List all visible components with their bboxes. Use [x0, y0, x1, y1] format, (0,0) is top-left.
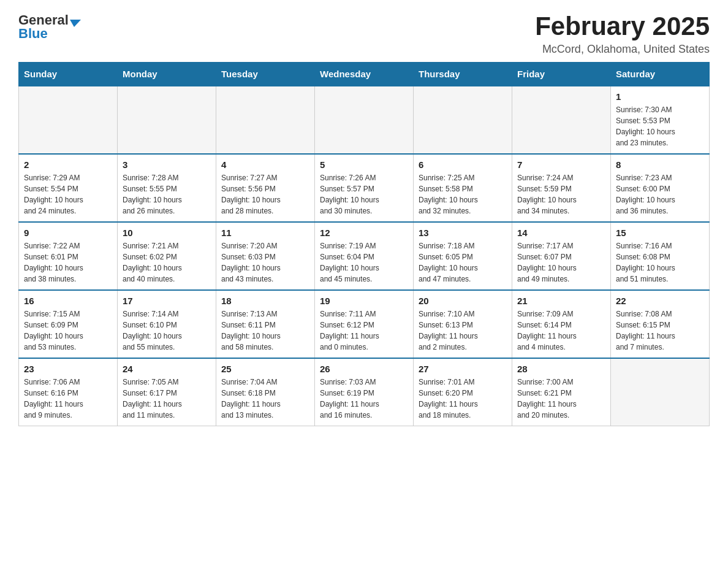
day-number: 7: [517, 159, 605, 170]
day-info: Sunrise: 7:15 AMSunset: 6:09 PMDaylight:…: [24, 308, 112, 353]
calendar-week-1: 1Sunrise: 7:30 AMSunset: 5:53 PMDaylight…: [19, 86, 710, 154]
calendar-cell: 20Sunrise: 7:10 AMSunset: 6:13 PMDayligh…: [414, 290, 512, 358]
calendar-cell: 26Sunrise: 7:03 AMSunset: 6:19 PMDayligh…: [315, 358, 414, 426]
col-friday: Friday: [512, 63, 611, 86]
day-info: Sunrise: 7:30 AMSunset: 5:53 PMDaylight:…: [616, 104, 704, 148]
day-info: Sunrise: 7:16 AMSunset: 6:08 PMDaylight:…: [616, 240, 704, 285]
day-number: 4: [221, 159, 309, 170]
location-text: McCord, Oklahoma, United States: [535, 43, 710, 56]
calendar-cell: 5Sunrise: 7:26 AMSunset: 5:57 PMDaylight…: [315, 154, 414, 222]
day-info: Sunrise: 7:19 AMSunset: 6:04 PMDaylight:…: [320, 240, 408, 285]
calendar-cell: 27Sunrise: 7:01 AMSunset: 6:20 PMDayligh…: [414, 358, 512, 426]
col-saturday: Saturday: [611, 63, 710, 86]
calendar-cell: [611, 358, 710, 426]
day-info: Sunrise: 7:27 AMSunset: 5:56 PMDaylight:…: [221, 172, 309, 216]
calendar-table: Sunday Monday Tuesday Wednesday Thursday…: [18, 62, 710, 426]
day-number: 13: [419, 228, 507, 238]
calendar-cell: 10Sunrise: 7:21 AMSunset: 6:02 PMDayligh…: [118, 222, 216, 290]
day-number: 20: [419, 296, 507, 306]
day-info: Sunrise: 7:03 AMSunset: 6:19 PMDaylight:…: [320, 377, 408, 421]
day-number: 24: [123, 364, 211, 374]
calendar-week-3: 9Sunrise: 7:22 AMSunset: 6:01 PMDaylight…: [19, 222, 710, 290]
day-info: Sunrise: 7:11 AMSunset: 6:12 PMDaylight:…: [320, 308, 408, 353]
calendar-cell: 19Sunrise: 7:11 AMSunset: 6:12 PMDayligh…: [315, 290, 414, 358]
col-monday: Monday: [118, 63, 216, 86]
day-number: 14: [517, 228, 605, 238]
day-info: Sunrise: 7:26 AMSunset: 5:57 PMDaylight:…: [320, 172, 408, 216]
day-info: Sunrise: 7:10 AMSunset: 6:13 PMDaylight:…: [419, 308, 507, 353]
day-number: 6: [419, 159, 507, 170]
day-number: 8: [616, 159, 704, 170]
day-info: Sunrise: 7:28 AMSunset: 5:55 PMDaylight:…: [123, 172, 211, 216]
day-info: Sunrise: 7:18 AMSunset: 6:05 PMDaylight:…: [419, 240, 507, 285]
day-info: Sunrise: 7:14 AMSunset: 6:10 PMDaylight:…: [123, 308, 211, 353]
calendar-cell: 15Sunrise: 7:16 AMSunset: 6:08 PMDayligh…: [611, 222, 710, 290]
day-info: Sunrise: 7:23 AMSunset: 6:00 PMDaylight:…: [616, 172, 704, 216]
day-number: 21: [517, 296, 605, 306]
days-of-week-row: Sunday Monday Tuesday Wednesday Thursday…: [19, 63, 710, 86]
day-info: Sunrise: 7:25 AMSunset: 5:58 PMDaylight:…: [419, 172, 507, 216]
calendar-cell: 4Sunrise: 7:27 AMSunset: 5:56 PMDaylight…: [216, 154, 315, 222]
calendar-cell: 24Sunrise: 7:05 AMSunset: 6:17 PMDayligh…: [118, 358, 216, 426]
calendar-cell: 16Sunrise: 7:15 AMSunset: 6:09 PMDayligh…: [19, 290, 118, 358]
calendar-cell: 22Sunrise: 7:08 AMSunset: 6:15 PMDayligh…: [611, 290, 710, 358]
calendar-cell: 3Sunrise: 7:28 AMSunset: 5:55 PMDaylight…: [118, 154, 216, 222]
day-info: Sunrise: 7:04 AMSunset: 6:18 PMDaylight:…: [221, 377, 309, 421]
day-info: Sunrise: 7:00 AMSunset: 6:21 PMDaylight:…: [517, 377, 605, 421]
calendar-cell: 21Sunrise: 7:09 AMSunset: 6:14 PMDayligh…: [512, 290, 611, 358]
day-number: 28: [517, 364, 605, 374]
col-tuesday: Tuesday: [216, 63, 315, 86]
calendar-cell: 23Sunrise: 7:06 AMSunset: 6:16 PMDayligh…: [19, 358, 118, 426]
calendar-cell: [414, 86, 512, 154]
day-number: 17: [123, 296, 211, 306]
calendar-cell: 28Sunrise: 7:00 AMSunset: 6:21 PMDayligh…: [512, 358, 611, 426]
calendar-cell: 18Sunrise: 7:13 AMSunset: 6:11 PMDayligh…: [216, 290, 315, 358]
day-number: 3: [123, 159, 211, 170]
day-number: 18: [221, 296, 309, 306]
calendar-body: 1Sunrise: 7:30 AMSunset: 5:53 PMDaylight…: [19, 86, 710, 426]
calendar-week-2: 2Sunrise: 7:29 AMSunset: 5:54 PMDaylight…: [19, 154, 710, 222]
calendar-cell: [216, 86, 315, 154]
day-number: 22: [616, 296, 704, 306]
calendar-cell: [19, 86, 118, 154]
calendar-week-5: 23Sunrise: 7:06 AMSunset: 6:16 PMDayligh…: [19, 358, 710, 426]
logo-arrow-icon: [69, 20, 81, 27]
calendar-cell: 14Sunrise: 7:17 AMSunset: 6:07 PMDayligh…: [512, 222, 611, 290]
day-number: 2: [24, 159, 112, 170]
day-number: 26: [320, 364, 408, 374]
day-info: Sunrise: 7:06 AMSunset: 6:16 PMDaylight:…: [24, 377, 112, 421]
calendar-cell: 8Sunrise: 7:23 AMSunset: 6:00 PMDaylight…: [611, 154, 710, 222]
day-info: Sunrise: 7:21 AMSunset: 6:02 PMDaylight:…: [123, 240, 211, 285]
day-info: Sunrise: 7:01 AMSunset: 6:20 PMDaylight:…: [419, 377, 507, 421]
logo: General Blue: [18, 12, 80, 42]
calendar-cell: 17Sunrise: 7:14 AMSunset: 6:10 PMDayligh…: [118, 290, 216, 358]
calendar-cell: 12Sunrise: 7:19 AMSunset: 6:04 PMDayligh…: [315, 222, 414, 290]
calendar-cell: [315, 86, 414, 154]
day-info: Sunrise: 7:17 AMSunset: 6:07 PMDaylight:…: [517, 240, 605, 285]
calendar-cell: 13Sunrise: 7:18 AMSunset: 6:05 PMDayligh…: [414, 222, 512, 290]
calendar-cell: 1Sunrise: 7:30 AMSunset: 5:53 PMDaylight…: [611, 86, 710, 154]
page-header: General Blue February 2025 McCord, Oklah…: [18, 12, 710, 56]
day-info: Sunrise: 7:09 AMSunset: 6:14 PMDaylight:…: [517, 308, 605, 353]
col-wednesday: Wednesday: [315, 63, 414, 86]
calendar-week-4: 16Sunrise: 7:15 AMSunset: 6:09 PMDayligh…: [19, 290, 710, 358]
calendar-cell: 9Sunrise: 7:22 AMSunset: 6:01 PMDaylight…: [19, 222, 118, 290]
day-number: 5: [320, 159, 408, 170]
calendar-cell: 6Sunrise: 7:25 AMSunset: 5:58 PMDaylight…: [414, 154, 512, 222]
calendar-cell: 25Sunrise: 7:04 AMSunset: 6:18 PMDayligh…: [216, 358, 315, 426]
day-number: 12: [320, 228, 408, 238]
month-title: February 2025: [535, 12, 710, 40]
day-number: 19: [320, 296, 408, 306]
day-info: Sunrise: 7:13 AMSunset: 6:11 PMDaylight:…: [221, 308, 309, 353]
day-number: 10: [123, 228, 211, 238]
title-area: February 2025 McCord, Oklahoma, United S…: [535, 12, 710, 56]
day-info: Sunrise: 7:08 AMSunset: 6:15 PMDaylight:…: [616, 308, 704, 353]
day-number: 1: [616, 91, 704, 102]
day-number: 25: [221, 364, 309, 374]
day-number: 16: [24, 296, 112, 306]
day-info: Sunrise: 7:20 AMSunset: 6:03 PMDaylight:…: [221, 240, 309, 285]
day-number: 11: [221, 228, 309, 238]
calendar-cell: [512, 86, 611, 154]
calendar-cell: 2Sunrise: 7:29 AMSunset: 5:54 PMDaylight…: [19, 154, 118, 222]
day-info: Sunrise: 7:24 AMSunset: 5:59 PMDaylight:…: [517, 172, 605, 216]
